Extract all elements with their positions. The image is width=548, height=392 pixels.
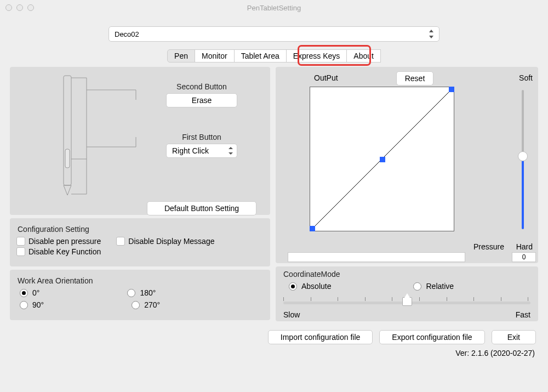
disable-display-message-checkbox[interactable]: Disable Display Message (116, 237, 214, 246)
default-button-label: Default Button Setting (164, 204, 239, 213)
curve-point-start[interactable] (310, 226, 315, 231)
tab-tablet-area[interactable]: Tablet Area (234, 49, 287, 63)
checkbox-icon (16, 247, 25, 256)
orientation-180-label: 180° (140, 288, 156, 297)
radio-icon (289, 282, 297, 291)
slider-tick (365, 297, 366, 301)
slider-fill (522, 156, 524, 229)
slider-tick (528, 297, 528, 301)
orientation-270-label: 270° (144, 300, 160, 309)
window-titlebar: PenTabletSetting (0, 0, 548, 15)
device-select-value: Deco02 (115, 30, 139, 38)
fast-label: Fast (516, 310, 530, 319)
export-config-label: Export configuration file (392, 333, 472, 342)
pressure-curve[interactable] (310, 87, 454, 231)
coordinate-mode-panel: CoordinateMode Absolute Relative (276, 266, 538, 321)
orientation-180-radio[interactable]: 180° (127, 288, 156, 297)
pen-settings-panel: Second Button Erase First Button Right C… (10, 67, 270, 215)
orientation-title: Work Area Orientation (18, 276, 265, 285)
radio-icon (413, 282, 421, 291)
slider-thumb[interactable] (402, 297, 412, 306)
radio-icon (20, 301, 28, 309)
tab-bar: Pen Monitor Tablet Area Express Keys Abo… (10, 49, 538, 63)
orientation-90-label: 90° (32, 300, 44, 309)
import-config-label: Import configuration file (281, 333, 361, 342)
coordinate-mode-title: CoordinateMode (283, 270, 533, 279)
pressure-curve-panel: OutPut Reset Soft Pressure (276, 67, 538, 263)
disable-display-message-label: Disable Display Message (128, 237, 214, 246)
radio-icon (20, 289, 28, 297)
configuration-title: Configuration Setting (18, 225, 265, 234)
first-button-title: First Button (147, 133, 256, 141)
checkbox-icon (116, 237, 125, 246)
disable-pen-pressure-checkbox[interactable]: Disable pen pressure (16, 237, 101, 246)
curve-point-mid[interactable] (380, 157, 385, 162)
bottom-button-row: Import configuration file Export configu… (10, 330, 536, 344)
second-button-value: Erase (192, 96, 212, 105)
radio-icon (127, 289, 135, 297)
svg-rect-0 (64, 76, 71, 185)
disable-key-function-checkbox[interactable]: Disable Key Function (16, 247, 101, 256)
orientation-panel: Work Area Orientation 0° 180° 90° (10, 270, 270, 320)
orientation-90-radio[interactable]: 90° (20, 300, 44, 309)
disable-pen-pressure-label: Disable pen pressure (28, 237, 101, 246)
window-title: PenTabletSetting (0, 4, 548, 12)
slider-tick (392, 297, 392, 301)
radio-icon (132, 301, 140, 309)
slider-tick (419, 297, 420, 301)
pressure-value: 0 (512, 252, 536, 262)
tab-monitor[interactable]: Monitor (195, 49, 235, 63)
exit-label: Exit (507, 333, 520, 342)
relative-radio[interactable]: Relative (413, 282, 454, 291)
slider-tick (283, 297, 284, 301)
configuration-panel: Configuration Setting Disable pen pressu… (10, 218, 270, 266)
output-label: OutPut (314, 73, 338, 82)
disable-key-function-label: Disable Key Function (28, 247, 101, 256)
import-config-button[interactable]: Import configuration file (268, 330, 373, 344)
slider-tick (473, 297, 474, 301)
export-config-button[interactable]: Export configuration file (379, 330, 484, 344)
slow-label: Slow (283, 310, 300, 319)
second-button-select[interactable]: Erase (166, 93, 237, 107)
exit-button[interactable]: Exit (492, 330, 536, 344)
slider-tick (501, 297, 501, 301)
chevron-updown-icon (228, 147, 233, 155)
relative-label: Relative (426, 282, 454, 291)
hard-label: Hard (516, 242, 533, 251)
slider-tick (338, 297, 338, 301)
device-select[interactable]: Deco02 (109, 26, 439, 42)
soft-hard-slider[interactable] (522, 90, 524, 229)
orientation-0-radio[interactable]: 0° (20, 288, 39, 297)
version-label: Ver: 2.1.6 (2020-02-27) (10, 349, 535, 357)
first-button-select[interactable]: Right Click (166, 144, 237, 158)
curve-point-end[interactable] (449, 87, 454, 92)
soft-label: Soft (519, 73, 533, 82)
absolute-radio[interactable]: Absolute (289, 282, 331, 291)
pressure-readout-bar (288, 252, 465, 262)
reset-button[interactable]: Reset (396, 71, 433, 86)
chevron-updown-icon (428, 30, 435, 38)
svg-rect-1 (65, 149, 70, 168)
first-button-value: Right Click (172, 146, 209, 155)
reset-label: Reset (405, 74, 425, 83)
second-button-title: Second Button (147, 82, 256, 91)
orientation-0-label: 0° (32, 288, 39, 297)
slider-tick (447, 297, 447, 301)
tab-express-keys[interactable]: Express Keys (286, 49, 347, 63)
slider-thumb[interactable] (518, 151, 528, 161)
default-button-setting-button[interactable]: Default Button Setting (147, 201, 256, 215)
absolute-label: Absolute (301, 282, 331, 291)
checkbox-icon (16, 237, 25, 246)
orientation-270-radio[interactable]: 270° (132, 300, 160, 309)
pen-illustration (26, 72, 141, 204)
slider-tick (311, 297, 311, 301)
tab-pen[interactable]: Pen (167, 49, 195, 63)
pressure-label: Pressure (473, 242, 504, 251)
speed-slider[interactable] (283, 299, 530, 305)
tab-about[interactable]: About (346, 49, 381, 63)
